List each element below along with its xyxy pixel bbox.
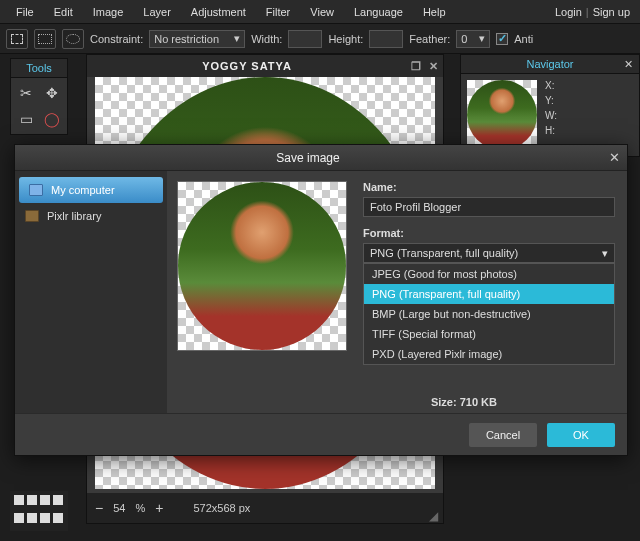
format-label: Format:: [363, 227, 615, 239]
width-input[interactable]: [288, 30, 322, 48]
document-statusbar: − 54 % + 572x568 px ◢: [87, 493, 443, 523]
constraint-select[interactable]: No restriction ▾: [149, 30, 245, 48]
sidebar-item-my-computer[interactable]: My computer: [19, 177, 163, 203]
sidebar-item-pixlr-library[interactable]: Pixlr library: [15, 203, 167, 229]
maximize-icon[interactable]: ❐: [407, 60, 425, 73]
thumbnail-strip: [10, 491, 68, 531]
navigator-thumbnail[interactable]: [467, 80, 537, 150]
dialog-titlebar[interactable]: Save image ✕: [15, 145, 627, 171]
feather-input[interactable]: 0 ▾: [456, 30, 490, 48]
constraint-value: No restriction: [154, 33, 219, 45]
menu-edit[interactable]: Edit: [44, 6, 83, 18]
dialog-footer: Size: 710 KB Cancel OK: [15, 413, 627, 455]
format-select[interactable]: PNG (Transparent, full quality) ▾: [363, 243, 615, 263]
ok-button[interactable]: OK: [547, 423, 615, 447]
dialog-close-icon[interactable]: ✕: [601, 150, 627, 165]
options-toolbar: Constraint: No restriction ▾ Width: Heig…: [0, 24, 640, 54]
menubar: File Edit Image Layer Adjustment Filter …: [0, 0, 640, 24]
navigator-info: X: Y: W: H:: [545, 80, 557, 150]
save-image-dialog: Save image ✕ My computer Pixlr library N…: [14, 144, 628, 456]
zoom-unit: %: [135, 502, 145, 514]
lasso-tool[interactable]: ◯: [41, 108, 63, 130]
navigator-panel: Navigator ✕ X: Y: W: H:: [460, 54, 640, 157]
dialog-sidebar: My computer Pixlr library: [15, 171, 167, 415]
height-input[interactable]: [369, 30, 403, 48]
feather-label: Feather:: [409, 33, 450, 45]
tools-panel: Tools ✂ ✥ ▭ ◯: [10, 58, 68, 135]
width-label: Width:: [251, 33, 282, 45]
dialog-preview: [167, 171, 357, 415]
zoom-value: 54: [113, 502, 125, 514]
preview-thumbnail: [177, 181, 347, 351]
navigator-title: Navigator: [461, 55, 639, 74]
menu-image[interactable]: Image: [83, 6, 134, 18]
chevron-down-icon: ▾: [602, 247, 608, 260]
menu-view[interactable]: View: [300, 6, 344, 18]
menu-layer[interactable]: Layer: [133, 6, 181, 18]
library-icon: [25, 210, 39, 222]
constraint-label: Constraint:: [90, 33, 143, 45]
menu-language[interactable]: Language: [344, 6, 413, 18]
crop-tool-icon[interactable]: [6, 29, 28, 49]
document-title: YOGGY SATYA: [87, 60, 407, 72]
format-selected-value: PNG (Transparent, full quality): [370, 247, 518, 259]
sidebar-item-label: My computer: [51, 184, 115, 196]
format-option-pxd[interactable]: PXD (Layered Pixlr image): [364, 344, 614, 364]
resize-handle-icon[interactable]: ◢: [429, 509, 441, 521]
document-dimensions: 572x568 px: [193, 502, 250, 514]
marquee-rect-icon[interactable]: [34, 29, 56, 49]
menu-file[interactable]: File: [6, 6, 44, 18]
zoom-in-icon[interactable]: +: [155, 500, 163, 516]
anti-alias-checkbox[interactable]: ✓: [496, 33, 508, 45]
nav-h-label: H:: [545, 125, 557, 136]
anti-alias-label: Anti: [514, 33, 533, 45]
format-option-png[interactable]: PNG (Transparent, full quality): [364, 284, 614, 304]
crop-tool[interactable]: ✂: [15, 82, 37, 104]
navigator-close-icon[interactable]: ✕: [624, 58, 633, 71]
close-icon[interactable]: ✕: [425, 60, 443, 73]
nav-x-label: X:: [545, 80, 557, 91]
name-label: Name:: [363, 181, 615, 193]
format-option-bmp[interactable]: BMP (Large but non-destructive): [364, 304, 614, 324]
monitor-icon: [29, 184, 43, 196]
file-size: Size: 710 KB: [431, 396, 497, 408]
nav-y-label: Y:: [545, 95, 557, 106]
cancel-button[interactable]: Cancel: [469, 423, 537, 447]
feather-value: 0: [461, 33, 467, 45]
format-option-tiff[interactable]: TIFF (Special format): [364, 324, 614, 344]
document-titlebar[interactable]: YOGGY SATYA ❐ ✕: [87, 55, 443, 77]
chevron-down-icon: ▾: [479, 32, 485, 45]
move-tool[interactable]: ✥: [41, 82, 63, 104]
tools-panel-title: Tools: [11, 59, 67, 78]
dialog-form: Name: Format: PNG (Transparent, full qua…: [357, 171, 627, 415]
name-input[interactable]: [363, 197, 615, 217]
menu-help[interactable]: Help: [413, 6, 456, 18]
marquee-tool[interactable]: ▭: [15, 108, 37, 130]
sidebar-item-label: Pixlr library: [47, 210, 101, 222]
format-option-jpeg[interactable]: JPEG (Good for most photos): [364, 264, 614, 284]
format-dropdown: JPEG (Good for most photos) PNG (Transpa…: [363, 263, 615, 365]
nav-w-label: W:: [545, 110, 557, 121]
login-link[interactable]: Login: [551, 6, 586, 18]
marquee-ellipse-icon[interactable]: [62, 29, 84, 49]
zoom-out-icon[interactable]: −: [95, 500, 103, 516]
signup-link[interactable]: Sign up: [589, 6, 634, 18]
menu-adjustment[interactable]: Adjustment: [181, 6, 256, 18]
menu-filter[interactable]: Filter: [256, 6, 300, 18]
height-label: Height:: [328, 33, 363, 45]
chevron-down-icon: ▾: [234, 32, 240, 45]
dialog-title: Save image: [15, 151, 601, 165]
